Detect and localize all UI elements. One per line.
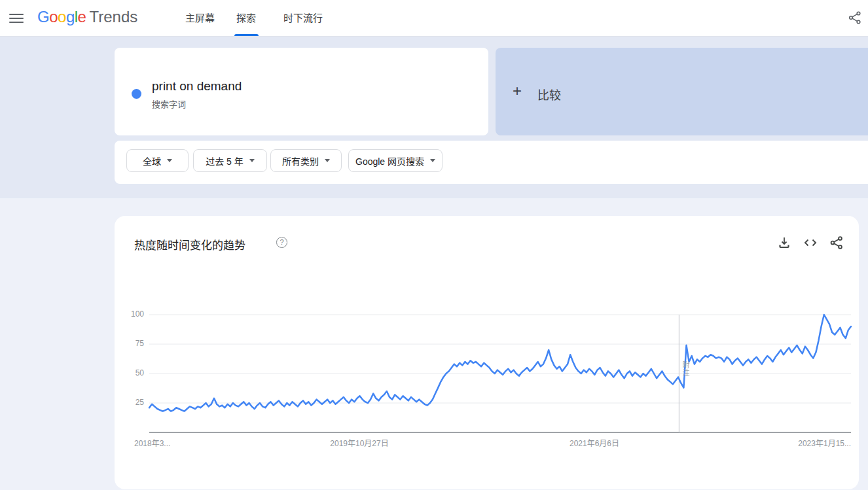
share-icon-glyph [847,10,863,26]
logo-letter: g [66,8,75,26]
menu-icon[interactable] [8,11,25,24]
logo-letter: o [58,8,66,26]
x-axis-label: 2018年3... [134,437,170,448]
plus-icon: + [513,83,522,99]
active-tab-indicator [234,34,259,36]
share-icon[interactable] [847,10,863,26]
y-axis-label: 50 [115,368,144,377]
chevron-down-icon [249,159,255,162]
x-axis-label: 2019年10月27日 [330,437,388,448]
add-comparison-button[interactable]: + 比较 [496,48,868,135]
tab-trending[interactable]: 时下流行 [283,0,323,36]
explore-controls-section: print on demand 搜索字词 + 比较 全球 过去 5 年 所有类别… [0,37,868,198]
compare-label: 比较 [537,86,561,103]
logo-letter: G [37,8,49,26]
category-value: 所有类别 [282,154,319,167]
x-axis-label: 2023年1月15... [798,437,851,448]
chevron-down-icon [167,159,172,162]
y-axis-label: 75 [115,339,144,348]
time-range-dropdown[interactable]: 过去 5 年 [193,149,267,172]
search-type-value: Google 网页搜索 [355,154,424,167]
chevron-down-icon [325,159,330,162]
logo-letter: o [49,8,58,26]
logo-letter: e [78,8,86,26]
geo-filter-dropdown[interactable]: 全球 [126,149,189,172]
search-term: print on demand [152,79,242,94]
geo-filter-value: 全球 [143,154,161,167]
search-term-card[interactable]: print on demand 搜索字词 [115,48,488,135]
google-trends-page: GoogleTrends 主屏幕 探索 时下流行 print on demand… [0,0,868,490]
tab-home[interactable]: 主屏幕 [185,0,215,36]
app-header: GoogleTrends 主屏幕 探索 时下流行 [0,0,868,37]
y-axis-label: 100 [115,309,144,319]
trend-line [149,315,851,411]
category-dropdown[interactable]: 所有类别 [270,149,342,172]
results-section: 热度随时间变化的趋势 ? [0,198,868,490]
y-axis-label: 25 [115,398,144,407]
tab-explore[interactable]: 探索 [236,0,256,36]
interest-over-time-card: 热度随时间变化的趋势 ? [115,216,859,489]
series-color-dot [132,89,141,99]
logo-product-name: Trends [89,8,137,26]
filters-bar: 全球 过去 5 年 所有类别 Google 网页搜索 [115,141,868,184]
search-term-kind: 搜索字词 [152,97,186,110]
note-marker-label: 附注 [680,361,691,377]
x-axis-label: 2021年6月6日 [570,437,619,448]
trend-chart[interactable] [115,216,859,489]
chevron-down-icon [430,159,435,162]
search-type-dropdown[interactable]: Google 网页搜索 [348,149,443,172]
time-range-value: 过去 5 年 [206,154,244,167]
google-trends-logo[interactable]: GoogleTrends [37,8,137,26]
